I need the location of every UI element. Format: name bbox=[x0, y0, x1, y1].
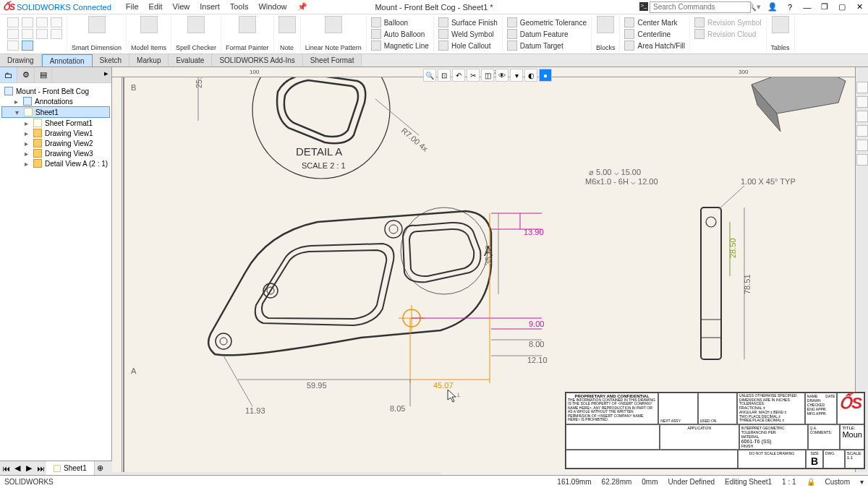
menu-file[interactable]: File bbox=[126, 2, 139, 12]
weld-symbol-button[interactable]: Weld Symbol bbox=[438, 29, 498, 39]
sheet-first-icon[interactable]: ⏮ bbox=[0, 461, 12, 475]
status-lock-icon[interactable]: 🔒 bbox=[807, 478, 815, 486]
tree-sheet1[interactable]: ▾Sheet1 bbox=[1, 106, 110, 118]
menu-insert[interactable]: Insert bbox=[200, 2, 220, 12]
config-tab-icon[interactable]: ▤ bbox=[35, 67, 52, 82]
user-icon[interactable]: 👤 bbox=[767, 2, 778, 12]
tree-view1[interactable]: ▸Drawing View1 bbox=[1, 128, 110, 138]
appearance-icon[interactable]: ◐ bbox=[524, 69, 537, 82]
menu-tools[interactable]: Tools bbox=[230, 2, 249, 12]
svg-text:59.95: 59.95 bbox=[307, 381, 327, 390]
status-dropdown-icon[interactable]: ▾ bbox=[860, 478, 864, 486]
format-painter-button[interactable]: Format Painter bbox=[221, 16, 274, 52]
side-view: 28.50 78.51 bbox=[701, 186, 752, 359]
revision-cloud-button[interactable]: Revision Cloud bbox=[694, 29, 761, 39]
qa-arrow[interactable] bbox=[22, 40, 33, 51]
note-button[interactable]: Note bbox=[274, 16, 301, 52]
tab-drawing[interactable]: Drawing bbox=[0, 54, 42, 67]
datum-target-button[interactable]: Datum Target bbox=[507, 40, 587, 51]
menu-window[interactable]: Window bbox=[258, 2, 286, 12]
property-tab-icon[interactable]: ⚙ bbox=[17, 67, 35, 82]
magnetic-line-button[interactable]: Magnetic Line bbox=[371, 40, 429, 51]
command-tab-strip: Drawing Annotation Sketch Markup Evaluat… bbox=[0, 54, 868, 67]
qa-select[interactable] bbox=[7, 40, 19, 51]
datum-group: Geometric Tolerance Datum Feature Datum … bbox=[503, 16, 592, 52]
front-view: A bbox=[208, 207, 493, 355]
section-view-icon[interactable]: ✂ bbox=[467, 69, 480, 82]
sheet-prev-icon[interactable]: ◀ bbox=[12, 461, 23, 475]
area-hatch-button[interactable]: Area Hatch/Fill bbox=[624, 40, 685, 51]
status-bar: SOLIDWORKS 161.09mm 62.28mm 0mm Under De… bbox=[0, 475, 868, 488]
sheet-add-icon[interactable]: ⊕ bbox=[95, 461, 106, 475]
feature-tree-tab-icon[interactable]: 🗀 bbox=[0, 67, 17, 82]
edit-sheet-icon[interactable]: ▾ bbox=[510, 69, 523, 82]
tab-addins[interactable]: SOLIDWORKS Add-Ins bbox=[212, 54, 302, 67]
linear-note-pattern-button[interactable]: Linear Note Pattern bbox=[301, 16, 367, 52]
status-custom[interactable]: Custom bbox=[825, 478, 850, 486]
tab-evaluate[interactable]: Evaluate bbox=[169, 54, 212, 67]
tree-annotations[interactable]: ▸Annotations bbox=[1, 96, 110, 106]
centerline-button[interactable]: Centerline bbox=[624, 29, 685, 39]
svg-text:A: A bbox=[131, 367, 137, 375]
qa-rebuild[interactable] bbox=[22, 29, 33, 39]
svg-point-14 bbox=[216, 333, 231, 349]
tree-view3[interactable]: ▸Drawing View3 bbox=[1, 148, 110, 158]
qa-options[interactable] bbox=[36, 29, 48, 39]
prev-view-icon[interactable]: ↶ bbox=[452, 69, 465, 82]
auto-balloon-button[interactable]: Auto Balloon bbox=[371, 29, 429, 39]
qa-save[interactable] bbox=[36, 17, 48, 27]
sheet-next-icon[interactable]: ▶ bbox=[23, 461, 35, 475]
menu-pin-icon[interactable]: 📌 bbox=[297, 2, 307, 12]
tree-root[interactable]: Mount - Front Belt Cog bbox=[1, 86, 110, 96]
active-view-icon[interactable]: ● bbox=[539, 69, 552, 82]
model-items-button[interactable]: Model Items bbox=[127, 16, 171, 52]
tables-button[interactable]: Tables bbox=[767, 16, 795, 52]
hole-callout-button[interactable]: Hole Callout bbox=[438, 40, 498, 51]
restore-icon[interactable]: ❐ bbox=[819, 2, 830, 12]
display-style-icon[interactable]: ◫ bbox=[481, 69, 494, 82]
spell-checker-button[interactable]: Spell Checker bbox=[171, 16, 221, 52]
qa-more[interactable] bbox=[51, 29, 62, 39]
surface-finish-button[interactable]: Surface Finish bbox=[438, 17, 498, 27]
zoom-fit-icon[interactable]: 🔍 bbox=[423, 69, 436, 82]
tab-sketch[interactable]: Sketch bbox=[93, 54, 130, 67]
tree-view2[interactable]: ▸Drawing View2 bbox=[1, 138, 110, 148]
menu-view[interactable]: View bbox=[173, 2, 190, 12]
smart-dimension-button[interactable]: Smart Dimension bbox=[67, 16, 127, 52]
menu-edit[interactable]: Edit bbox=[149, 2, 163, 12]
blocks-button[interactable]: Blocks bbox=[592, 16, 621, 52]
balloon-group: Balloon Auto Balloon Magnetic Line bbox=[367, 16, 434, 52]
close-icon[interactable]: ✕ bbox=[854, 2, 865, 12]
sheet-last-icon[interactable]: ⏭ bbox=[35, 461, 46, 475]
maximize-icon[interactable]: ▢ bbox=[836, 2, 848, 12]
tree-detail-a[interactable]: ▸Detail View A (2 : 1) bbox=[1, 158, 110, 168]
minimize-icon[interactable]: — bbox=[801, 2, 813, 12]
sheet-tab-1[interactable]: Sheet1 bbox=[46, 461, 95, 475]
geometric-tolerance-button[interactable]: Geometric Tolerance bbox=[507, 17, 587, 27]
center-mark-button[interactable]: Center Mark bbox=[624, 17, 685, 27]
app-logo: ỐS bbox=[3, 2, 15, 12]
search-commands-input[interactable] bbox=[650, 1, 751, 13]
balloon-button[interactable]: Balloon bbox=[371, 17, 429, 27]
help-icon[interactable]: ? bbox=[784, 2, 796, 12]
panel-expand-icon[interactable]: ▸ bbox=[101, 67, 111, 82]
title-bar: ỐS SOLIDWORKS Connected File Edit View I… bbox=[0, 0, 868, 14]
status-app: SOLIDWORKS bbox=[4, 478, 54, 486]
tab-annotation[interactable]: Annotation bbox=[42, 54, 93, 67]
qa-undo[interactable] bbox=[7, 29, 19, 39]
qa-open[interactable] bbox=[22, 17, 33, 27]
zoom-area-icon[interactable]: ⊡ bbox=[438, 69, 451, 82]
tree-sheet-format[interactable]: ▸Sheet Format1 bbox=[1, 118, 110, 128]
tab-sheet-format[interactable]: Sheet Format bbox=[303, 54, 362, 67]
ribbon: Smart Dimension Model Items Spell Checke… bbox=[0, 14, 868, 54]
quick-access-toolbar bbox=[3, 16, 67, 52]
svg-line-50 bbox=[718, 186, 744, 210]
qa-new[interactable] bbox=[7, 17, 19, 27]
qa-print[interactable] bbox=[51, 17, 62, 27]
svg-text:1.00 X 45° TYP: 1.00 X 45° TYP bbox=[741, 177, 796, 186]
hide-show-icon[interactable]: 👁 bbox=[495, 69, 509, 82]
revision-symbol-button[interactable]: Revision Symbol bbox=[694, 17, 761, 27]
datum-feature-button[interactable]: Datum Feature bbox=[507, 29, 587, 39]
drawing-canvas[interactable]: 100 200 300 🔍 ⊡ ↶ ✂ ◫ 👁 ▾ ◐ ● bbox=[112, 67, 868, 472]
tab-markup[interactable]: Markup bbox=[129, 54, 169, 67]
